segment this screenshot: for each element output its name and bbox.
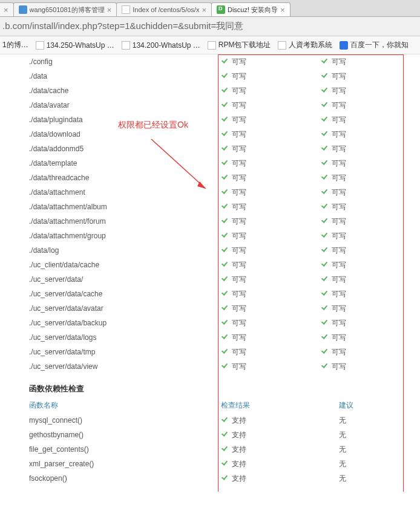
result-cell: 支持 [221,457,321,471]
recommendation-cell: 可写 [321,243,420,258]
recommendation-cell: 可写 [321,316,420,330]
check-icon [221,276,229,283]
close-icon[interactable]: × [280,6,285,14]
check-icon [221,475,229,482]
recommendation-cell: 可写 [321,272,420,287]
check-icon [221,189,229,196]
check-icon [321,334,329,341]
bookmark-item[interactable]: 百度一下，你就知 [338,39,410,51]
table-row: ./uc_server/data/backup可写可写 [0,316,420,330]
table-row: ./data/attachment可写可写 [0,185,420,200]
check-icon [321,290,329,298]
table-row: ./uc_server/data/可写可写 [0,272,420,287]
status-cell: 可写 [221,330,321,345]
check-icon [321,174,329,181]
close-icon[interactable]: × [4,6,8,14]
check-icon [321,116,329,123]
status-cell: 可写 [221,156,321,171]
header-recommendation: 建议 [321,398,420,413]
status-cell: 可写 [221,112,321,127]
check-icon [221,102,229,109]
dir-path: ./data/template [0,156,221,171]
status-cell: 可写 [221,243,321,258]
table-row: ./data/cache可写可写 [0,83,420,98]
page-icon [278,41,286,50]
recommendation-cell: 可写 [321,185,420,200]
check-icon [221,261,229,269]
status-cell: 可写 [221,287,321,301]
table-row: fsockopen()支持无 [0,471,420,486]
check-icon [221,73,229,80]
table-row: ./data/addonmd5可写可写 [0,142,420,156]
check-icon [321,189,329,196]
check-icon [321,319,329,327]
recommendation-cell: 可写 [321,200,420,214]
header-func-name: 函数名称 [0,398,221,413]
recommendation-cell: 无 [321,471,420,486]
dir-path: ./uc_server/data/avatar [0,301,221,316]
bookmark-bar: 1的博… 134.250-WhatsUp … 134.200-WhatsUp …… [0,36,420,54]
check-icon [221,247,229,254]
bookmark-item[interactable]: 134.250-WhatsUp … [34,39,116,51]
table-row: gethostbyname()支持无 [0,428,420,442]
check-icon [221,218,229,225]
table-row: ./uc_server/data/logs可写可写 [0,330,420,345]
section-heading: 函数依赖性检查 [0,374,420,398]
baidu-icon [340,41,348,50]
dir-path: ./uc_server/data/tmp [0,345,221,359]
favicon-icon [19,5,27,14]
browser-tab[interactable]: Index of /centos/5/os/x × [116,2,212,16]
recommendation-cell: 可写 [321,359,420,374]
table-row: mysql_connect()支持无 [0,413,420,428]
check-icon [221,232,229,239]
browser-tab-active[interactable]: Discuz! 安装向导 × [211,2,290,16]
address-bar[interactable]: .b.com/install/index.php?step=1&uchidden… [0,17,420,36]
dir-path: ./data/attachment [0,185,221,200]
table-row: ./config可写可写 [0,54,420,69]
result-cell: 支持 [221,413,321,428]
function-table: 函数名称 检查结果 建议 mysql_connect()支持无gethostby… [0,398,420,486]
status-cell: 可写 [221,98,321,112]
check-icon [321,131,329,138]
result-cell: 支持 [221,442,321,457]
status-cell: 可写 [221,214,321,229]
table-row: ./data/attachment/album可写可写 [0,200,420,214]
dir-path: ./uc_server/data/backup [0,316,221,330]
browser-tab[interactable]: wang6501081的博客管理 × [13,2,117,16]
recommendation-cell: 可写 [321,171,420,185]
table-row: ./uc_client/data/cache可写可写 [0,258,420,272]
recommendation-cell: 可写 [321,127,420,142]
dir-path: ./data [0,69,221,83]
table-row: file_get_contents()支持无 [0,442,420,457]
check-icon [221,131,229,138]
recommendation-cell: 无 [321,457,420,471]
check-icon [221,145,229,152]
table-row: ./data/threadcache可写可写 [0,171,420,185]
bookmark-item[interactable]: 134.200-WhatsUp … [120,39,202,51]
table-row: ./data/attachment/group可写可写 [0,229,420,243]
dir-path: ./uc_server/data/ [0,272,221,287]
recommendation-cell: 无 [321,413,420,428]
check-icon [221,319,229,327]
close-icon[interactable]: × [202,6,206,14]
func-name: file_get_contents() [0,442,221,457]
close-icon[interactable]: × [107,6,112,14]
bookmark-item[interactable]: 1的博… [1,39,30,51]
dir-path: ./uc_client/data/cache [0,258,221,272]
recommendation-cell: 可写 [321,287,420,301]
bookmark-item[interactable]: RPM包下载地址 [206,39,272,51]
check-icon [221,87,229,94]
browser-tab[interactable]: × [0,2,14,16]
status-cell: 可写 [221,229,321,243]
browser-tab-bar: × wang6501081的博客管理 × Index of /centos/5/… [0,0,420,17]
check-icon [321,276,329,283]
check-icon [321,58,329,65]
bookmark-item[interactable]: 人資考勤系統 [277,39,333,51]
check-icon [321,261,329,269]
status-cell: 可写 [221,142,321,156]
table-row: ./uc_server/data/avatar可写可写 [0,301,420,316]
dir-path: ./data/addonmd5 [0,142,221,156]
dir-path: ./config [0,54,221,69]
status-cell: 可写 [221,69,321,83]
status-cell: 可写 [221,301,321,316]
